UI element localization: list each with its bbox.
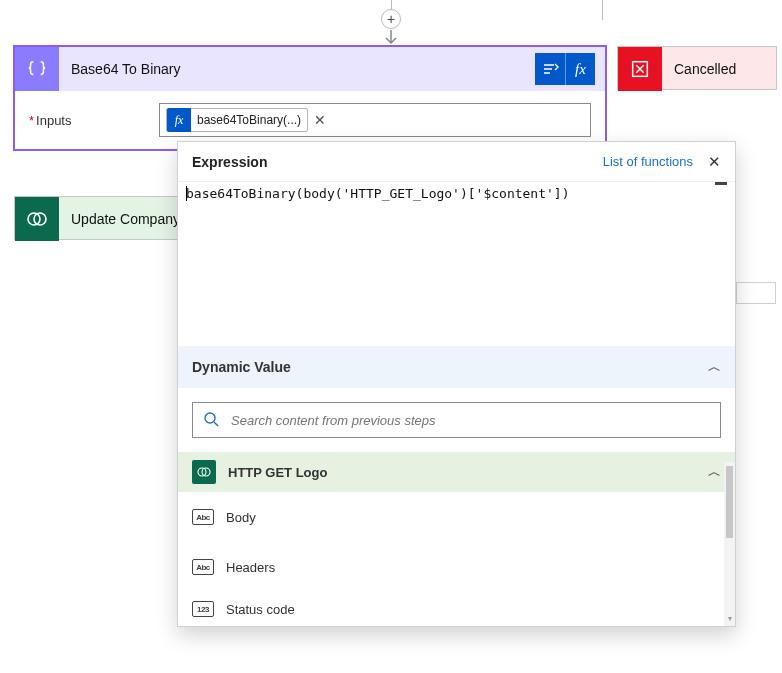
chevron-up-icon: ︿ — [708, 463, 721, 481]
type-text-icon: Abc — [192, 559, 214, 575]
card-title: Cancelled — [662, 61, 776, 77]
dynamic-search-box[interactable] — [192, 402, 721, 438]
scrollbar-thumb[interactable] — [726, 466, 733, 538]
panel-scrollbar[interactable]: ▾ — [724, 462, 735, 626]
test-run-button[interactable] — [535, 53, 565, 85]
flow-connector-line — [602, 0, 603, 20]
remove-token-button[interactable]: ✕ — [314, 112, 326, 128]
divider — [715, 182, 727, 185]
dynamic-item-headers[interactable]: Abc Headers — [178, 542, 735, 592]
close-icon[interactable]: ✕ — [703, 153, 725, 171]
chevron-up-icon: ︿ — [708, 358, 721, 376]
list-of-functions-link[interactable]: List of functions — [603, 154, 693, 169]
add-step-button[interactable]: + — [381, 9, 401, 29]
dynamic-group-http-get-logo[interactable]: HTTP GET Logo ︿ — [178, 452, 735, 492]
card-title: Update Company — [59, 211, 181, 227]
expression-editor-panel: Expression List of functions ✕ base64ToB… — [177, 141, 736, 627]
dataverse-icon — [192, 460, 216, 484]
type-text-icon: Abc — [192, 509, 214, 525]
action-card-base64-to-binary[interactable]: Base64 To Binary fx *Inputs fx base64ToB… — [14, 46, 606, 150]
fx-button[interactable]: fx — [565, 53, 595, 85]
dynamic-item-status-code[interactable]: 123 Status code — [178, 592, 735, 626]
search-icon — [203, 411, 219, 430]
dynamic-search-input[interactable] — [229, 412, 710, 429]
dynamic-item-body[interactable]: Abc Body — [178, 492, 735, 542]
expression-header-label: Expression — [192, 154, 603, 170]
fx-badge-icon: fx — [167, 108, 191, 132]
card-title: Base64 To Binary — [59, 61, 535, 77]
action-card-update-company[interactable]: Update Company — [14, 196, 182, 240]
dataverse-icon — [15, 197, 59, 241]
expression-textarea[interactable]: base64ToBinary(body('HTTP_GET_Logo')['$c… — [178, 182, 735, 346]
expression-token[interactable]: fx base64ToBinary(...) — [166, 108, 308, 132]
cancelled-icon — [618, 47, 662, 91]
background-element — [736, 282, 776, 304]
inputs-field-label: *Inputs — [29, 113, 159, 128]
action-card-cancelled[interactable]: Cancelled — [617, 46, 777, 90]
inputs-field[interactable]: fx base64ToBinary(...) ✕ — [159, 103, 591, 137]
scroll-down-arrow[interactable]: ▾ — [724, 614, 735, 626]
card-action-buttons: fx — [535, 53, 595, 85]
dynamic-value-section-header[interactable]: Dynamic Value ︿ — [178, 346, 735, 388]
svg-point-3 — [205, 413, 215, 423]
type-number-icon: 123 — [192, 601, 214, 617]
code-braces-icon — [15, 47, 59, 91]
